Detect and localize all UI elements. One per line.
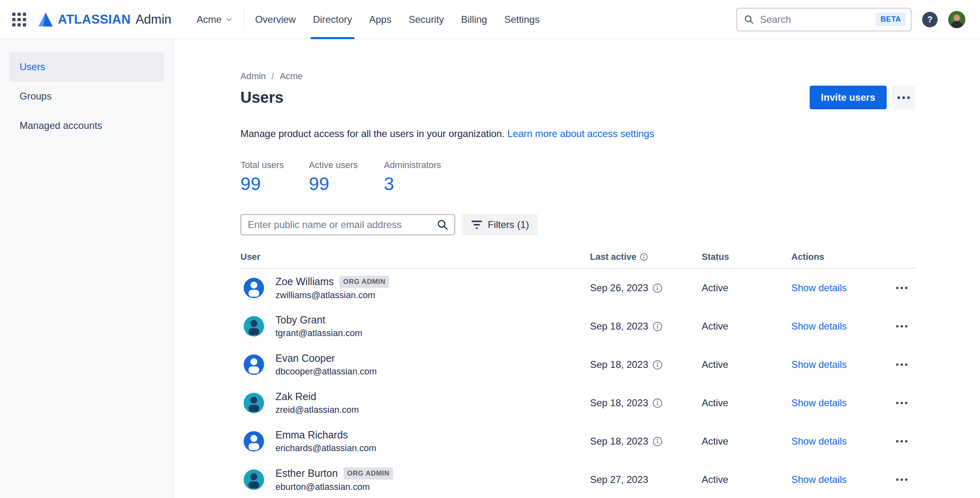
global-search[interactable]: BETA	[736, 8, 912, 31]
status-value: Active	[702, 282, 791, 294]
users-table: User Last active Status Actions	[240, 252, 915, 498]
tab-settings[interactable]: Settings	[503, 0, 541, 39]
table-row: Esther Burton ORG ADMIN eburton@atlassia…	[240, 460, 915, 498]
global-search-input[interactable]	[760, 14, 870, 25]
user-search-input[interactable]	[248, 219, 436, 230]
question-mark-icon: ?	[927, 14, 932, 25]
info-icon[interactable]	[652, 283, 663, 293]
show-details-link[interactable]: Show details	[791, 282, 847, 294]
stat-label: Active users	[309, 160, 384, 170]
user-avatar-icon	[244, 316, 264, 336]
tab-billing[interactable]: Billing	[460, 0, 488, 39]
user-email: tgrant@atlassian.com	[275, 328, 362, 339]
tab-apps[interactable]: Apps	[368, 0, 393, 39]
user-name[interactable]: Toby Grant	[275, 314, 325, 326]
table-row: Emma Richards erichards@atlassian.com Se…	[240, 422, 915, 460]
atlassian-logo-icon	[37, 11, 54, 28]
show-details-link[interactable]: Show details	[791, 359, 847, 370]
info-icon[interactable]	[652, 321, 663, 332]
page-description: Manage product access for all the users …	[240, 128, 915, 139]
atlassian-admin-logo[interactable]: ATLASSIAN Admin	[37, 11, 172, 28]
tab-overview[interactable]: Overview	[254, 0, 297, 39]
info-icon[interactable]	[652, 398, 663, 408]
column-user: User	[240, 252, 590, 262]
primary-nav-tabs: Overview Directory Apps Security Billing…	[254, 0, 541, 39]
app-switcher-icon[interactable]	[12, 13, 26, 27]
show-details-link[interactable]: Show details	[791, 474, 847, 485]
column-actions: Actions	[791, 252, 915, 262]
status-value: Active	[702, 397, 791, 409]
filters-label: Filters (1)	[488, 219, 529, 230]
user-name[interactable]: Esther Burton	[275, 467, 338, 479]
user-name[interactable]: Zak Reid	[275, 391, 316, 403]
row-more-options-button[interactable]	[894, 476, 910, 483]
stat-value: 3	[384, 175, 441, 193]
breadcrumb-acme[interactable]: Acme	[280, 71, 302, 82]
search-icon[interactable]	[436, 219, 449, 231]
user-avatar-icon	[244, 469, 264, 490]
user-avatar-icon	[244, 354, 264, 375]
sidebar-item-managed-accounts[interactable]: Managed accounts	[9, 111, 164, 140]
search-icon	[744, 14, 754, 25]
last-active-date: Sep 18, 2023	[590, 321, 648, 332]
show-details-link[interactable]: Show details	[791, 321, 847, 332]
user-email: zreid@atlassian.com	[275, 405, 359, 415]
sidebar-item-users[interactable]: Users	[9, 52, 164, 82]
sidebar-item-groups[interactable]: Groups	[9, 82, 164, 111]
beta-badge: BETA	[876, 13, 906, 26]
status-value: Active	[702, 474, 791, 485]
user-email: dbcooper@atlassian.com	[275, 366, 377, 377]
status-value: Active	[702, 321, 791, 332]
tab-security[interactable]: Security	[407, 0, 445, 39]
user-email: zwilliams@atlassian.com	[275, 290, 389, 301]
stat-administrators: Administrators 3	[384, 160, 441, 193]
last-active-date: Sep 27, 2023	[590, 474, 648, 485]
stat-total-users: Total users 99	[240, 160, 309, 193]
learn-more-link[interactable]: Learn more about access settings	[507, 128, 654, 139]
user-avatar-icon	[244, 431, 264, 452]
breadcrumb: Admin / Acme	[240, 71, 915, 82]
user-search-field[interactable]	[240, 214, 455, 235]
status-value: Active	[702, 436, 791, 447]
user-name[interactable]: Zoe Williams	[275, 276, 334, 288]
row-more-options-button[interactable]	[894, 323, 910, 330]
description-text: Manage product access for all the users …	[240, 128, 507, 139]
table-row: Zoe Williams ORG ADMIN zwilliams@atlassi…	[240, 269, 915, 307]
row-more-options-button[interactable]	[894, 399, 910, 407]
chevron-down-icon	[225, 15, 233, 24]
status-value: Active	[702, 359, 791, 370]
info-icon[interactable]	[652, 360, 663, 370]
info-icon[interactable]	[652, 436, 663, 447]
stat-label: Administrators	[384, 160, 441, 170]
column-status: Status	[702, 252, 791, 262]
table-row: Evan Cooper dbcooper@atlassian.com Sep 1…	[240, 345, 915, 384]
user-name[interactable]: Emma Richards	[275, 429, 348, 441]
row-more-options-button[interactable]	[894, 284, 910, 292]
invite-users-button[interactable]: Invite users	[810, 86, 887, 109]
last-active-date: Sep 26, 2023	[590, 282, 648, 294]
show-details-link[interactable]: Show details	[791, 436, 847, 447]
breadcrumb-admin[interactable]: Admin	[240, 71, 266, 82]
sidebar: Users Groups Managed accounts	[0, 39, 174, 498]
user-name[interactable]: Evan Cooper	[275, 352, 335, 364]
profile-avatar[interactable]	[948, 11, 965, 28]
page-more-options-button[interactable]	[892, 86, 915, 109]
stat-value: 99	[309, 175, 384, 193]
row-more-options-button[interactable]	[894, 438, 910, 445]
help-button[interactable]: ?	[922, 12, 938, 27]
filter-icon	[471, 219, 483, 230]
org-switcher-label: Acme	[197, 14, 222, 25]
org-switcher[interactable]: Acme	[197, 14, 233, 25]
stat-active-users: Active users 99	[309, 160, 384, 193]
user-email: erichards@atlassian.com	[275, 443, 376, 454]
user-avatar-icon	[244, 393, 264, 413]
filters-button[interactable]: Filters (1)	[462, 214, 538, 235]
show-details-link[interactable]: Show details	[791, 397, 847, 409]
tab-directory[interactable]: Directory	[312, 0, 353, 39]
user-avatar-icon	[244, 278, 264, 298]
info-icon[interactable]	[640, 253, 648, 261]
row-more-options-button[interactable]	[894, 361, 910, 368]
breadcrumb-separator: /	[271, 71, 274, 82]
column-last-active: Last active	[590, 252, 702, 262]
nav-divider	[244, 9, 244, 31]
